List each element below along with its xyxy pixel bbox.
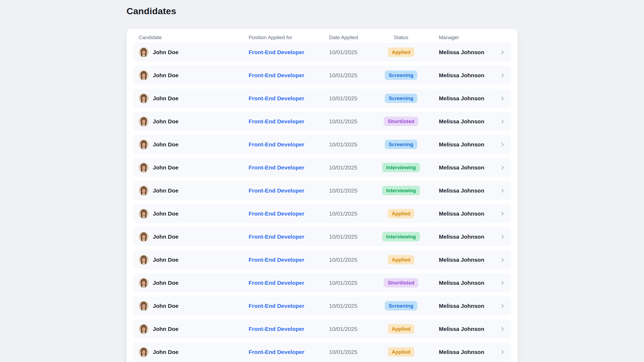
chevron-right-icon [499, 303, 506, 309]
candidate-name: John Doe [153, 95, 179, 102]
position-cell: Front-End Developer [249, 118, 329, 125]
status-cell: Screening [385, 94, 418, 103]
status-cell: Interviewing [382, 186, 420, 195]
row-action[interactable] [499, 234, 506, 240]
table-body: John Doe Front-End Developer 10/01/2025 … [133, 43, 511, 361]
row-action[interactable] [499, 49, 506, 56]
candidate-name: John Doe [153, 280, 179, 286]
date-applied: 10/01/2025 [329, 257, 378, 263]
table-row[interactable]: John Doe Front-End Developer 10/01/2025 … [133, 181, 511, 200]
manager-name: Melissa Johnson [425, 303, 499, 309]
status-badge: Applied [388, 209, 415, 219]
chevron-right-icon [499, 326, 506, 332]
avatar [139, 255, 149, 265]
status-cell: Applied [388, 324, 415, 334]
page: Candidates Candidate Position Applied fo… [127, 0, 518, 362]
position-cell: Front-End Developer [249, 349, 329, 355]
status-badge: Applied [388, 47, 415, 57]
status-badge: Shortlisted [384, 117, 418, 126]
table-row[interactable]: John Doe Front-End Developer 10/01/2025 … [133, 112, 511, 131]
candidate-name: John Doe [153, 210, 179, 217]
manager-name: Melissa Johnson [425, 72, 499, 79]
chevron-right-icon [499, 141, 506, 148]
avatar [139, 301, 149, 311]
position-link[interactable]: Front-End Developer [249, 326, 305, 332]
candidate-name: John Doe [153, 326, 179, 332]
row-action[interactable] [499, 257, 506, 263]
row-action[interactable] [499, 164, 506, 171]
status-badge: Interviewing [382, 163, 420, 172]
status-cell: Applied [388, 255, 415, 265]
table-row[interactable]: John Doe Front-End Developer 10/01/2025 … [133, 204, 511, 223]
chevron-right-icon [499, 95, 506, 102]
avatar [139, 116, 149, 126]
candidate-cell: John Doe [139, 47, 249, 57]
position-cell: Front-End Developer [249, 95, 329, 102]
date-applied: 10/01/2025 [329, 234, 378, 240]
candidate-cell: John Doe [139, 139, 249, 149]
position-cell: Front-End Developer [249, 72, 329, 79]
row-action[interactable] [499, 349, 506, 355]
candidate-cell: John Doe [139, 324, 249, 334]
table-row[interactable]: John Doe Front-End Developer 10/01/2025 … [133, 250, 511, 269]
date-applied: 10/01/2025 [329, 349, 378, 355]
position-link[interactable]: Front-End Developer [249, 234, 305, 240]
row-action[interactable] [499, 210, 506, 217]
avatar [139, 209, 149, 219]
table-row[interactable]: John Doe Front-End Developer 10/01/2025 … [133, 273, 511, 292]
date-applied: 10/01/2025 [329, 49, 378, 56]
date-applied: 10/01/2025 [329, 141, 378, 148]
manager-name: Melissa Johnson [425, 257, 499, 263]
row-action[interactable] [499, 326, 506, 332]
status-badge: Applied [388, 347, 415, 357]
position-link[interactable]: Front-End Developer [249, 72, 305, 78]
position-link[interactable]: Front-End Developer [249, 303, 305, 309]
avatar [139, 278, 149, 288]
row-action[interactable] [499, 280, 506, 286]
manager-name: Melissa Johnson [425, 210, 499, 217]
chevron-right-icon [499, 187, 506, 194]
table-row[interactable]: John Doe Front-End Developer 10/01/2025 … [133, 66, 511, 85]
avatar [139, 93, 149, 103]
table-row[interactable]: John Doe Front-End Developer 10/01/2025 … [133, 342, 511, 361]
table-row[interactable]: John Doe Front-End Developer 10/01/2025 … [133, 296, 511, 315]
position-link[interactable]: Front-End Developer [249, 118, 305, 124]
position-link[interactable]: Front-End Developer [249, 187, 305, 194]
position-link[interactable]: Front-End Developer [249, 210, 305, 217]
table-row[interactable]: John Doe Front-End Developer 10/01/2025 … [133, 158, 511, 177]
position-link[interactable]: Front-End Developer [249, 141, 305, 147]
position-link[interactable]: Front-End Developer [249, 49, 305, 55]
position-link[interactable]: Front-End Developer [249, 164, 305, 171]
row-action[interactable] [499, 95, 506, 102]
position-link[interactable]: Front-End Developer [249, 95, 305, 101]
position-link[interactable]: Front-End Developer [249, 349, 305, 355]
table-row[interactable]: John Doe Front-End Developer 10/01/2025 … [133, 319, 511, 338]
manager-name: Melissa Johnson [425, 95, 499, 102]
chevron-right-icon [499, 280, 506, 286]
table-row[interactable]: John Doe Front-End Developer 10/01/2025 … [133, 227, 511, 246]
position-link[interactable]: Front-End Developer [249, 257, 305, 263]
table-header: Candidate Position Applied for Date Appl… [133, 32, 511, 43]
manager-name: Melissa Johnson [425, 234, 499, 240]
table-row[interactable]: John Doe Front-End Developer 10/01/2025 … [133, 43, 511, 62]
table-row[interactable]: John Doe Front-End Developer 10/01/2025 … [133, 89, 511, 108]
manager-name: Melissa Johnson [425, 141, 499, 148]
candidate-cell: John Doe [139, 301, 249, 311]
position-link[interactable]: Front-End Developer [249, 280, 305, 286]
chevron-right-icon [499, 234, 506, 240]
date-applied: 10/01/2025 [329, 187, 378, 194]
row-action[interactable] [499, 72, 506, 79]
status-cell: Screening [385, 71, 418, 80]
candidate-cell: John Doe [139, 186, 249, 195]
status-cell: Applied [388, 347, 415, 357]
row-action[interactable] [499, 187, 506, 194]
table-row[interactable]: John Doe Front-End Developer 10/01/2025 … [133, 135, 511, 154]
position-cell: Front-End Developer [249, 141, 329, 148]
row-action[interactable] [499, 118, 506, 125]
row-action[interactable] [499, 303, 506, 309]
row-action[interactable] [499, 141, 506, 148]
candidate-cell: John Doe [139, 209, 249, 219]
status-cell: Interviewing [382, 232, 420, 242]
chevron-right-icon [499, 257, 506, 263]
status-badge: Screening [385, 94, 418, 103]
